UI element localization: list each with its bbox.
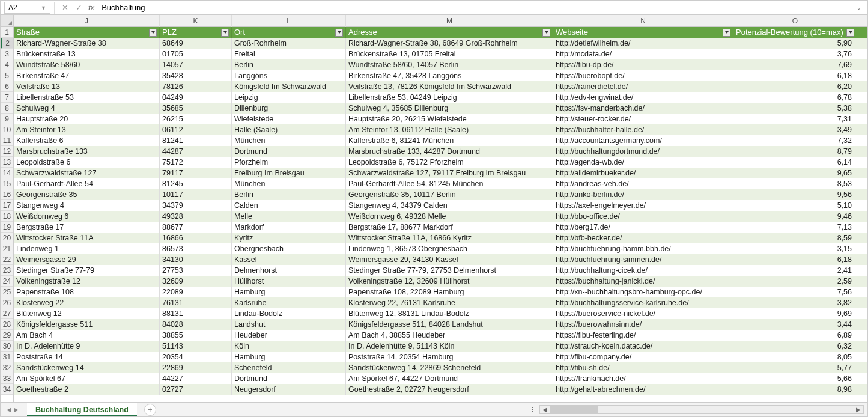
row-header[interactable]: 18 [1,211,13,222]
row-header[interactable]: 32 [1,362,13,373]
cell[interactable]: http://xn--buchhaltungsbro-hamburg-opc.d… [553,287,733,297]
cell[interactable]: 49328 [160,211,232,222]
column-header[interactable]: M [346,15,553,27]
row-header[interactable]: 14 [1,168,13,178]
row-header[interactable]: 31 [1,352,13,362]
row-header[interactable]: 7 [1,92,13,103]
cell[interactable]: Berlin [232,59,346,70]
row-header[interactable]: 4 [1,59,13,70]
cell[interactable]: http://buchhaltungdortmund.de/ [553,146,733,157]
cell[interactable]: 78126 [160,81,232,92]
cell[interactable]: Wittstocker Straße 11A [14,233,160,243]
cell[interactable]: 88131 [160,308,232,319]
cell[interactable]: https://rainerdietel.de/ [553,81,733,92]
cell[interactable]: Stangenweg 4, 34379 Calden [346,200,553,211]
table-column-header[interactable]: Straße [14,27,160,38]
cell[interactable]: 44227 [160,373,232,384]
cell[interactable]: Weißdornweg 6 [14,211,160,222]
chevron-down-icon[interactable]: ▼ [41,5,46,11]
cell[interactable]: Brückenstraße 13 [14,49,160,59]
row-header[interactable]: 23 [1,265,13,276]
cell[interactable]: 8,05 [733,352,857,362]
table-column-header[interactable]: Potenzial-Bewertung (10=max) [733,27,857,38]
add-sheet-button[interactable]: + [144,404,156,416]
cell[interactable]: 10117 [160,189,232,200]
cell[interactable]: 9,56 [733,189,857,200]
cell[interactable]: 04249 [160,92,232,103]
cell[interactable]: 27753 [160,265,232,276]
column-header[interactable]: J [14,15,160,27]
cell[interactable]: Libellenstraße 53, 04249 Leipzig [346,92,553,103]
cell[interactable]: Volkeningstraße 12 [14,276,160,287]
cell[interactable]: Veilstraße 13, 78126 Königsfeld Im Schwa… [346,81,553,92]
cell[interactable]: http://agenda-wb.de/ [553,157,733,168]
accept-icon[interactable]: ✓ [76,3,82,12]
cell[interactable]: 51143 [160,341,232,352]
column-header[interactable]: L [232,15,346,27]
row-header[interactable]: 33 [1,373,13,384]
row-header[interactable]: 8 [1,103,13,114]
cell[interactable]: Stedinger Straße 77-79 [14,265,160,276]
expand-formula-icon[interactable]: ⌄ [857,5,861,11]
cell[interactable]: Goethestraße 2 [14,384,160,395]
cell[interactable]: Freital [232,49,346,59]
cell[interactable]: Freiburg Im Breisgau [232,168,346,178]
cell[interactable]: München [232,178,346,189]
tab-nav-prev-icon[interactable]: ◀ [7,406,11,413]
cell[interactable]: Sandstückenweg 14 [14,362,160,373]
cell[interactable]: 2,59 [733,276,857,287]
cell[interactable]: Pforzheim [232,157,346,168]
cell[interactable]: http://buchfuehrung-simmen.de/ [553,254,733,265]
cell[interactable]: 81241 [160,135,232,146]
cell[interactable]: Paul-Gerhardt-Allee 54 [14,178,160,189]
table-column-header[interactable]: Webseite [553,27,733,38]
cell[interactable]: Dortmund [232,373,346,384]
row-header[interactable]: 29 [1,330,13,341]
cell[interactable]: 02727 [160,384,232,395]
cell[interactable]: Schulweg 4 [14,103,160,114]
filter-dropdown-icon[interactable] [542,29,550,37]
scroll-left-icon[interactable]: ◀ [540,406,550,413]
cell[interactable]: 88677 [160,222,232,233]
cell[interactable]: 32609 [160,276,232,287]
cell[interactable]: http://steuer-rocker.de/ [553,114,733,124]
cell[interactable]: 68649 [160,38,232,49]
cell[interactable]: http://bfb-becker.de/ [553,233,733,243]
cell[interactable]: Goethestraße 2, 02727 Neugersdorf [346,384,553,395]
cell[interactable]: https://buerobopf.de/ [553,70,733,81]
cell[interactable]: Birkenstraße 47, 35428 Langgöns [346,70,553,81]
cell[interactable]: Papenstraße 108, 22089 Hamburg [346,287,553,297]
cell[interactable]: http://anko-berlin.de/ [553,189,733,200]
cell[interactable]: Schenefeld [232,362,346,373]
select-all-button[interactable] [1,15,13,27]
cell[interactable]: 6,78 [733,92,857,103]
cell[interactable]: Weißdornweg 6, 49328 Melle [346,211,553,222]
cell[interactable]: Bergstraße 17 [14,222,160,233]
cell[interactable]: 6,89 [733,330,857,341]
name-box[interactable]: A2 ▼ [4,2,50,14]
cell[interactable]: Hüllhorst [232,276,346,287]
filter-dropdown-icon[interactable] [335,29,343,37]
cell[interactable]: 81245 [160,178,232,189]
row-header[interactable]: 27 [1,308,13,319]
cell[interactable]: http://fibu-sh.de/ [553,362,733,373]
cell[interactable]: Paul-Gerhardt-Allee 54, 81245 München [346,178,553,189]
cell[interactable]: 2,41 [733,265,857,276]
cell[interactable]: Georgenstraße 35 [14,189,160,200]
formula-input[interactable] [99,2,853,14]
cell[interactable]: https://buchhalter-halle.de/ [553,124,733,135]
cell[interactable]: 14057 [160,59,232,70]
cell[interactable]: 79117 [160,168,232,178]
cell[interactable]: Richard-Wagner-Straße 38, 68649 Groß-Roh… [346,38,553,49]
cell[interactable]: http://bbo-office.de/ [553,211,733,222]
cell[interactable]: 22089 [160,287,232,297]
cell[interactable]: 5,66 [733,373,857,384]
cell[interactable]: Karlsruhe [232,297,346,308]
cell[interactable]: Poststraße 14, 20354 Hamburg [346,352,553,362]
cell[interactable]: Königsfeld Im Schwarzwald [232,81,346,92]
row-header[interactable]: 22 [1,254,13,265]
row-header[interactable]: 16 [1,189,13,200]
cell[interactable]: 7,31 [733,114,857,124]
cell[interactable]: https://frankmach.de/ [553,373,733,384]
cell[interactable]: Dortmund [232,146,346,157]
